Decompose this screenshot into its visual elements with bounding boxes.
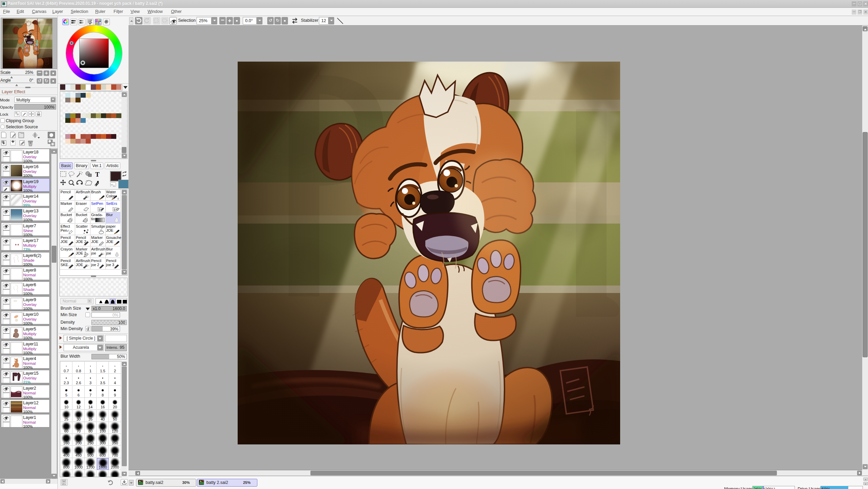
svg-text:S: S xyxy=(114,208,116,211)
svg-text:T: T xyxy=(95,171,100,178)
svg-text:S: S xyxy=(99,208,101,211)
